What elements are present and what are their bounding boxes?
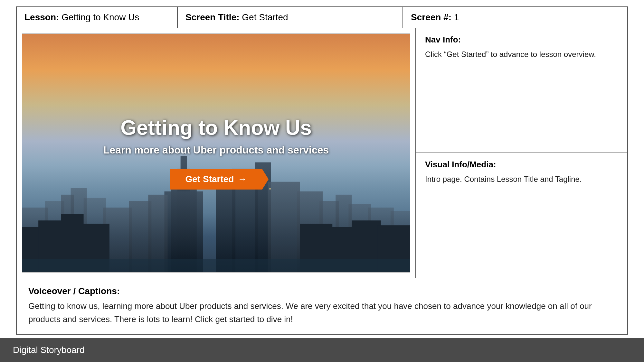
voiceover-heading: Voiceover / Captions: <box>28 286 616 296</box>
screen-num-cell: Screen #: 1 <box>403 7 627 28</box>
info-cell: Nav Info: Click “Get Started” to advance… <box>416 28 627 278</box>
nav-info-text: Click “Get Started” to advance to lesson… <box>425 49 618 60</box>
screen-num-label: Screen #: 1 <box>411 12 459 22</box>
header-row: Lesson: Getting to Know Us Screen Title:… <box>17 7 627 28</box>
lesson-label: Lesson: Getting to Know Us <box>24 12 139 22</box>
voiceover-row: Voiceover / Captions: Getting to know us… <box>17 278 627 334</box>
svg-rect-30 <box>22 259 410 272</box>
slide-content: Getting to Know Us Learn more about Uber… <box>22 110 410 196</box>
preview-cell: Getting to Know Us Learn more about Uber… <box>17 28 416 278</box>
visual-info-heading: Visual Info/Media: <box>425 160 618 170</box>
get-started-button-label: Get Started <box>185 174 234 184</box>
body-row: Getting to Know Us Learn more about Uber… <box>17 28 627 278</box>
slide-tagline: Learn more about Uber products and servi… <box>29 144 403 156</box>
nav-info-heading: Nav Info: <box>425 35 618 45</box>
screen-title-cell: Screen Title: Get Started <box>178 7 403 28</box>
main-content: Lesson: Getting to Know Us Screen Title:… <box>0 0 644 338</box>
screen-title-label: Screen Title: Get Started <box>185 12 288 22</box>
nav-info-cell: Nav Info: Click “Get Started” to advance… <box>416 28 627 153</box>
visual-info-cell: Visual Info/Media: Intro page. Contains … <box>416 153 627 277</box>
footer-text: Digital Storyboard <box>13 345 85 355</box>
footer-bar: Digital Storyboard <box>0 338 644 362</box>
get-started-button[interactable]: Get Started → <box>170 169 262 190</box>
storyboard-table: Lesson: Getting to Know Us Screen Title:… <box>16 6 628 335</box>
slide-title: Getting to Know Us <box>29 116 403 139</box>
visual-info-text: Intro page. Contains Lesson Title and Ta… <box>425 173 618 185</box>
voiceover-text: Getting to know us, learning more about … <box>28 300 616 326</box>
lesson-cell: Lesson: Getting to Know Us <box>17 7 178 28</box>
arrow-icon: → <box>238 174 247 184</box>
slide-preview: Getting to Know Us Learn more about Uber… <box>22 33 410 273</box>
